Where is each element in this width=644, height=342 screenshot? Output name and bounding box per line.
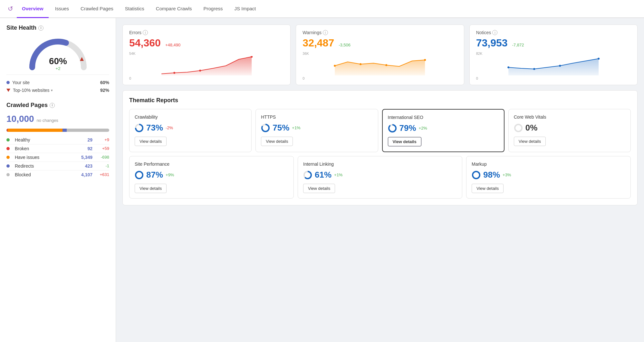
nav-overview[interactable]: Overview [17,0,49,18]
row-redirects: Redirects 423 -1 [6,162,109,171]
nav-js-impact[interactable]: JS Impact [229,0,261,18]
warnings-label: Warnings i [303,30,457,35]
cwv-donut [514,123,523,132]
report-site-performance: Site Performance 87% +9% View details [129,156,294,199]
legend-your-site: Your site 60% [6,79,109,86]
thematic-row-2: Site Performance 87% +9% View details In… [129,156,631,199]
site-perf-donut [135,171,144,180]
nav-crawled-pages[interactable]: Crawled Pages [75,0,119,18]
report-international-seo: International SEO 79% +2% View details [382,109,505,152]
nav-statistics[interactable]: Statistics [120,0,149,18]
https-view-btn[interactable]: View details [261,137,293,146]
warnings-change: -3,506 [339,43,351,47]
cwv-view-btn[interactable]: View details [514,137,546,146]
svg-marker-12 [508,59,599,75]
svg-marker-7 [335,60,425,75]
thematic-reports-title: Thematic Reports [129,97,631,104]
svg-point-14 [533,68,535,70]
sidebar: Site Health i 60% +2 [0,18,116,342]
nav-compare-crawls[interactable]: Compare Crawls [151,0,197,18]
errors-change: +48,490 [165,43,180,47]
main-layout: Site Health i 60% +2 [0,18,644,342]
crawlability-donut [135,123,144,132]
warnings-value: 32,487 [303,37,334,49]
errors-value: 54,360 [129,37,161,49]
gauge-container: 60% +2 [6,35,109,71]
legend-top10: Top-10% websites ▾ 92% [6,86,109,94]
metric-notices: Notices i 73,953 -7,872 82K [469,24,638,85]
svg-text:+2: +2 [55,66,60,71]
pb-have-issues [8,129,62,132]
warnings-sparkline: 36K [303,52,457,80]
svg-point-10 [385,64,387,66]
markup-donut [472,171,481,180]
pb-redirects [62,129,67,132]
svg-point-16 [598,58,600,60]
row-healthy: Healthy 29 +9 [6,136,109,144]
internal-linking-donut [303,171,312,180]
report-markup: Markup 98% +3% View details [466,156,631,199]
refresh-icon[interactable]: ↺ [5,4,15,14]
site-perf-view-btn[interactable]: View details [135,184,167,193]
report-core-web-vitals: Core Web Vitals 0% View details [508,109,631,152]
report-crawlability: Crawlability 73% -2% View details [129,109,252,152]
svg-point-11 [424,59,426,61]
warnings-info-icon[interactable]: i [323,30,328,35]
report-https: HTTPS 75% +1% View details [255,109,378,152]
crawled-pages-title: Crawled Pages i [6,102,109,109]
row-blocked: Blocked 4,107 +631 [6,171,109,179]
site-health-info-icon[interactable]: i [38,25,43,31]
broken-dot [6,147,10,150]
crawled-pages-section: Crawled Pages i 10,000 no changes [6,102,109,179]
svg-point-5 [199,70,201,72]
svg-point-9 [360,63,361,65]
site-health-section: Site Health i 60% +2 [6,24,109,94]
metrics-row: Errors i 54,360 +48,490 54K [122,24,638,85]
thematic-row-1: Crawlability 73% -2% View details HTTPS [129,109,631,152]
pb-blocked [67,129,109,132]
row-broken: Broken 92 +59 [6,144,109,153]
svg-point-22 [389,125,396,132]
redirects-dot [6,164,10,168]
crawled-count: 10,000 [6,114,34,124]
crawled-pages-info-icon[interactable]: i [50,103,55,108]
notices-change: -7,872 [512,43,524,47]
markup-view-btn[interactable]: View details [472,184,504,193]
intl-seo-donut [388,124,397,133]
have-issues-dot [6,156,10,159]
https-donut [261,123,270,132]
svg-point-4 [173,72,175,74]
top-navigation: ↺ Overview Issues Crawled Pages Statisti… [0,0,644,18]
main-content: Errors i 54,360 +48,490 54K [116,18,644,342]
svg-point-29 [473,171,480,179]
thematic-reports-section: Thematic Reports Crawlability 73% -2% Vi… [122,90,638,205]
crawled-rows: Healthy 29 +9 Broken 92 +59 [6,136,109,179]
site-health-legend: Your site 60% Top-10% websites ▾ 92% [6,74,109,94]
notices-info-icon[interactable]: i [492,30,497,35]
svg-text:60%: 60% [49,56,67,66]
nav-progress[interactable]: Progress [198,0,228,18]
healthy-dot [6,138,10,142]
notices-label: Notices i [476,30,631,35]
site-health-title: Site Health i [6,24,109,31]
top10-triangle [6,89,10,92]
crawlability-view-btn[interactable]: View details [135,137,167,146]
svg-point-15 [559,65,561,67]
internal-linking-view-btn[interactable]: View details [303,184,335,193]
metric-warnings: Warnings i 32,487 -3,506 36K [296,24,464,85]
blocked-dot [6,173,10,176]
svg-point-23 [515,124,522,132]
gauge-svg: 60% +2 [26,35,90,71]
crawled-no-change: no changes [37,118,58,123]
errors-info-icon[interactable]: i [143,30,148,35]
row-have-issues: Have issues 5,349 -698 [6,153,109,162]
your-site-dot [6,81,10,84]
top10-chevron[interactable]: ▾ [51,88,53,93]
svg-point-13 [507,66,509,68]
svg-point-25 [136,171,143,179]
report-internal-linking: Internal Linking 61% +1% View details [298,156,462,199]
nav-issues[interactable]: Issues [50,0,74,18]
metric-errors: Errors i 54,360 +48,490 54K [122,24,291,85]
intl-seo-view-btn[interactable]: View details [388,137,421,146]
errors-sparkline: 54K 0 [129,52,284,80]
